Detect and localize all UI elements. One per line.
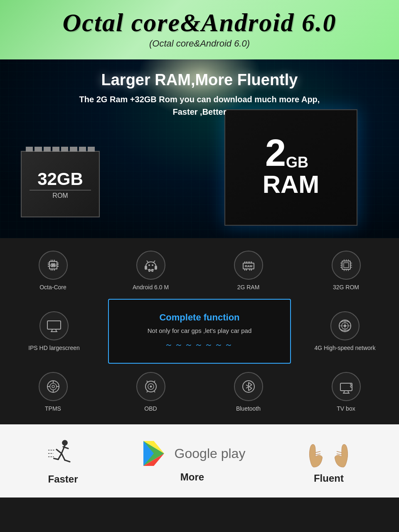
feature-octa-core-label: Octa-Core — [39, 284, 66, 291]
chip-pins-top — [26, 147, 95, 152]
svg-line-100 — [315, 454, 320, 455]
chip-2gb-ram: RAM — [263, 170, 320, 199]
svg-point-84 — [62, 440, 67, 446]
ram-subtitle-line2: Faster ,Better — [173, 107, 227, 116]
chip-container: 32GB ROM 2 GB RAM — [0, 118, 399, 238]
footer-fluent: Fluent — [305, 438, 352, 484]
feature-4g: 4G High-speed network — [299, 311, 391, 351]
pin — [52, 147, 59, 152]
chip-2gb-label: 2 — [265, 136, 286, 170]
ram-section: Larger RAM,More Fluently The 2G Ram +32G… — [0, 59, 399, 238]
svg-rect-40 — [344, 263, 349, 268]
svg-line-99 — [315, 451, 320, 453]
chip-32gb-sublabel: ROM — [30, 190, 91, 200]
feature-ram-label: 2G RAM — [237, 284, 260, 291]
svg-line-76 — [249, 388, 252, 391]
feature-bluetooth: Bluetooth — [204, 372, 293, 412]
hand-right-icon — [330, 438, 352, 469]
feature-tv-label: TV box — [337, 405, 355, 412]
tv-icon — [338, 378, 355, 395]
tv-icon-circle — [332, 372, 361, 401]
ram-icon-circle: RAM — [234, 251, 263, 280]
feature-android: Android 6.0 M — [106, 251, 195, 291]
svg-line-101 — [337, 451, 342, 453]
tpms-icon — [45, 378, 62, 395]
ram-subtitle-line1: The 2G Ram +32GB Rom you can download mu… — [79, 95, 320, 104]
screen-icon-circle — [39, 311, 69, 340]
feature-ips: IPS HD largescreen — [8, 311, 100, 351]
svg-rect-16 — [146, 266, 156, 269]
google-play-area: Google play — [139, 439, 246, 468]
google-play-icon — [139, 439, 168, 468]
header-title-sub: (Octal core&Android 6.0) — [17, 38, 382, 49]
android-icon — [143, 258, 158, 273]
tpms-icon-circle — [39, 372, 68, 401]
pin — [70, 147, 77, 152]
complete-function-row: IPS HD largescreen Complete function Not… — [8, 299, 391, 364]
svg-point-64 — [52, 385, 54, 388]
svg-line-23 — [153, 261, 155, 263]
network-icon — [337, 318, 353, 334]
runner-icon — [47, 437, 80, 470]
ram-subtitle: The 2G Ram +32GB Rom you can download mu… — [0, 93, 399, 118]
rom-icon-circle — [332, 251, 361, 280]
ram-icon: RAM — [241, 257, 256, 273]
svg-point-20 — [148, 264, 150, 266]
cpu-icon: CPU — [45, 257, 61, 273]
feature-tpms: TPMS — [8, 372, 98, 412]
footer-more-label: More — [180, 471, 204, 483]
svg-line-91 — [65, 460, 70, 462]
chip-2gb: 2 GB RAM — [224, 109, 357, 226]
feature-octa-core: CPU Octa-Core — [8, 251, 98, 291]
feature-obd: OBD — [106, 372, 195, 412]
feature-rom-label: 32G ROM — [333, 284, 359, 291]
pin — [34, 147, 42, 152]
complete-function-box: Complete function Not only for car gps ,… — [108, 299, 291, 364]
svg-point-79 — [350, 383, 352, 385]
svg-rect-53 — [47, 321, 61, 329]
chip-icon — [339, 258, 354, 273]
svg-text:CPU: CPU — [50, 264, 56, 267]
features-section: CPU Octa-Core — [0, 238, 399, 424]
bluetooth-icon-circle — [234, 372, 263, 401]
svg-line-22 — [147, 261, 148, 263]
footer-fluent-label: Fluent — [314, 473, 344, 484]
ram-text-area: Larger RAM,More Fluently The 2G Ram +32G… — [0, 59, 399, 118]
bottom-features: TPMS OBD — [8, 372, 391, 412]
svg-point-21 — [152, 264, 153, 266]
footer-more: Google play More — [139, 439, 246, 483]
svg-line-86 — [57, 450, 62, 454]
pin — [61, 147, 68, 152]
svg-point-63 — [50, 383, 57, 390]
header-title-fancy: Octal core&Android 6.0 — [17, 8, 382, 37]
svg-point-71 — [150, 386, 152, 388]
touch-icons — [305, 438, 352, 469]
feature-obd-label: OBD — [144, 405, 157, 412]
footer-faster-label: Faster — [48, 473, 78, 485]
feature-ram: RAM 2G RAM — [204, 251, 293, 291]
svg-text:RAM: RAM — [244, 264, 252, 268]
pin — [44, 147, 51, 152]
cf-wave: ～～～～～～～ — [117, 339, 282, 350]
feature-ips-label: IPS HD largescreen — [28, 345, 80, 351]
footer-section: Faster Google play More — [0, 424, 399, 498]
pin — [88, 147, 95, 152]
cf-subtitle: Not only for car gps ,let's play car pad — [117, 327, 282, 334]
chip-2gb-gb: GB — [286, 155, 308, 170]
android-icon-circle — [136, 251, 165, 280]
obd-icon — [143, 378, 159, 395]
svg-rect-39 — [342, 261, 350, 269]
svg-line-89 — [54, 458, 58, 459]
feature-4g-label: 4G High-speed network — [314, 345, 375, 351]
screen-icon — [46, 318, 62, 334]
network-icon-circle — [330, 311, 360, 340]
feature-tv: TV box — [301, 372, 391, 412]
feature-rom: 32G ROM — [301, 251, 391, 291]
svg-line-90 — [62, 453, 65, 460]
obd-icon-circle — [136, 372, 165, 401]
features-row1: CPU Octa-Core — [8, 251, 391, 291]
feature-bluetooth-label: Bluetooth — [236, 405, 261, 412]
google-play-text: Google play — [175, 446, 246, 461]
svg-line-102 — [337, 454, 342, 455]
svg-line-74 — [249, 382, 252, 385]
